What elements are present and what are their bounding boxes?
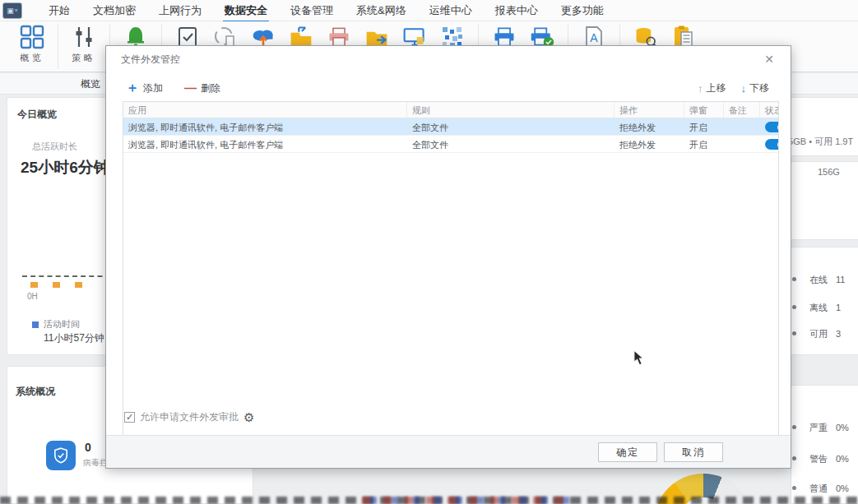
- svg-text:A: A: [590, 31, 598, 44]
- video-caption-blur: [362, 497, 576, 504]
- toolbar-label: 概览: [20, 52, 44, 64]
- minus-icon: —: [184, 84, 197, 92]
- cell-popup: 开启: [684, 118, 724, 135]
- agents-online-row: 在线11: [791, 274, 858, 286]
- add-label: 添加: [143, 81, 163, 95]
- cell-app: 浏览器, 即时通讯软件, 电子邮件客户端: [123, 136, 407, 152]
- approval-checkbox[interactable]: ✓: [124, 412, 135, 423]
- menu-item-device-mgmt[interactable]: 设备管理: [279, 0, 345, 22]
- toolbar-label: 策略: [72, 52, 96, 64]
- alert-warning-row: 警告0%: [791, 453, 858, 465]
- status-dot: [792, 486, 796, 490]
- toolbar-overview-button[interactable]: 概览: [13, 25, 51, 64]
- total-active-value: 25小时6分钟: [21, 157, 109, 178]
- menu-item-ops-center[interactable]: 运维中心: [418, 0, 484, 22]
- agents-available-row: 可用3: [791, 328, 858, 340]
- toolbar-policy-button[interactable]: 策略: [65, 25, 103, 64]
- add-button[interactable]: ＋ 添加: [126, 81, 163, 95]
- stat-value: 3: [836, 329, 841, 339]
- agents-card: 在线11 离线1 可用3: [791, 247, 858, 355]
- status-dot: [792, 425, 796, 429]
- axis-zero-label: 0H: [27, 292, 38, 301]
- arrow-up-icon: ↑: [698, 82, 703, 95]
- chart-marker: [75, 282, 82, 288]
- menu-item-report-center[interactable]: 报表中心: [484, 0, 550, 22]
- cell-app: 浏览器, 即时通讯软件, 电子邮件客户端: [123, 118, 407, 135]
- legend-label: 活动时间: [44, 318, 80, 331]
- col-header-status: 状态: [760, 102, 778, 118]
- file-send-control-dialog: 文件外发管控 ✕ ＋ 添加 — 删除 ↑ 上移 ↓ 下移 应用: [105, 45, 791, 469]
- chart-marker: [30, 282, 38, 288]
- mouse-cursor: [633, 349, 645, 370]
- legend-value: 11小时57分钟: [44, 331, 104, 345]
- storage-card-2: 156G: [791, 161, 858, 240]
- plus-icon: ＋: [126, 84, 139, 92]
- delete-label: 删除: [201, 81, 220, 95]
- status-toggle[interactable]: [765, 139, 778, 150]
- menu-item-data-security[interactable]: 数据安全: [213, 0, 279, 22]
- col-header-action: 操作: [615, 102, 684, 118]
- table-header: 应用 规则 操作 弹窗 备注 状态: [123, 102, 778, 118]
- arrow-down-icon: ↓: [741, 82, 747, 95]
- stat-value: 11: [836, 275, 845, 284]
- col-header-remark: 备注: [724, 102, 760, 118]
- chevron-down-icon: ▾: [15, 7, 18, 14]
- menu-item-doc-encrypt[interactable]: 文档加密: [81, 0, 147, 22]
- close-icon[interactable]: ✕: [759, 51, 779, 67]
- storage-card: 15GB • 可用 1.9T: [791, 97, 858, 156]
- table-row[interactable]: 浏览器, 即时通讯软件, 电子邮件客户端 全部文件 拒绝外发 开启: [123, 118, 778, 136]
- stat-value: 0%: [836, 454, 849, 464]
- col-header-rule: 规则: [407, 102, 615, 118]
- chart-marker: [53, 282, 60, 288]
- menu-item-start[interactable]: 开始: [37, 0, 81, 22]
- ok-button[interactable]: 确定: [598, 442, 657, 462]
- virus-shield-icon: [46, 441, 76, 470]
- delete-button[interactable]: — 删除: [184, 81, 220, 95]
- chart-legend: 活动时间: [32, 318, 80, 331]
- total-active-label: 总活跃时长: [32, 141, 77, 153]
- today-overview-title: 今日概览: [17, 108, 57, 122]
- status-dot: [792, 277, 796, 281]
- stat-label: 在线: [809, 275, 828, 284]
- rules-table: 应用 规则 操作 弹窗 备注 状态 浏览器, 即时通讯软件, 电子邮件客户端 全…: [123, 101, 779, 448]
- storage-text-2: 156G: [818, 167, 840, 177]
- storage-text: 15GB • 可用 1.9T: [791, 136, 853, 148]
- main-menu: 开始 文档加密 上网行为 数据安全 设备管理 系统&网络 运维中心 报表中心 更…: [37, 0, 615, 22]
- menu-item-more[interactable]: 更多功能: [550, 0, 615, 22]
- gear-icon[interactable]: ⚙: [243, 413, 254, 423]
- table-row[interactable]: 浏览器, 即时通讯软件, 电子邮件客户端 全部文件 拒绝外发 开启: [123, 136, 778, 153]
- cancel-button[interactable]: 取消: [664, 442, 723, 462]
- cell-remark: [724, 118, 760, 135]
- cell-popup: 开启: [684, 136, 724, 152]
- approval-option-row: ✓ 允许申请文件外发审批 ⚙: [124, 410, 254, 424]
- stat-value: 1: [836, 303, 841, 312]
- menu-item-web-behavior[interactable]: 上网行为: [147, 0, 213, 22]
- status-dot: [792, 456, 796, 460]
- dialog-title: 文件外发管控: [121, 53, 180, 67]
- policy-sliders-icon: [72, 25, 96, 49]
- stat-value: 0%: [836, 423, 849, 432]
- move-up-button[interactable]: ↑ 上移: [698, 81, 726, 95]
- stat-value: 0%: [836, 483, 849, 493]
- cell-action: 拒绝外发: [615, 118, 684, 135]
- move-down-button[interactable]: ↓ 下移: [741, 81, 770, 95]
- col-header-app: 应用: [123, 102, 407, 118]
- status-dot: [792, 331, 796, 335]
- tab-overview[interactable]: 概览: [72, 77, 109, 91]
- dialog-footer: 确定 取消: [106, 435, 791, 468]
- menu-item-system-network[interactable]: 系统&网络: [345, 0, 418, 22]
- stat-label: 普通: [809, 483, 828, 493]
- menu-bar: ▣▾ 开始 文档加密 上网行为 数据安全 设备管理 系统&网络 运维中心 报表中…: [0, 0, 858, 21]
- status-toggle[interactable]: [765, 122, 778, 132]
- virus-count: 0: [85, 441, 91, 454]
- system-overview-title: 系统概况: [16, 385, 55, 399]
- dialog-move-tools: ↑ 上移 ↓ 下移: [698, 79, 769, 97]
- app-menu-button[interactable]: ▣▾: [2, 2, 22, 19]
- stat-label: 严重: [809, 423, 828, 432]
- cell-rule: 全部文件: [407, 136, 615, 152]
- agents-offline-row: 离线1: [791, 302, 858, 314]
- legend-swatch: [32, 321, 39, 328]
- cell-rule: 全部文件: [407, 118, 615, 135]
- app-window: ▣▾ 开始 文档加密 上网行为 数据安全 设备管理 系统&网络 运维中心 报表中…: [0, 0, 858, 504]
- move-down-label: 下移: [749, 81, 769, 95]
